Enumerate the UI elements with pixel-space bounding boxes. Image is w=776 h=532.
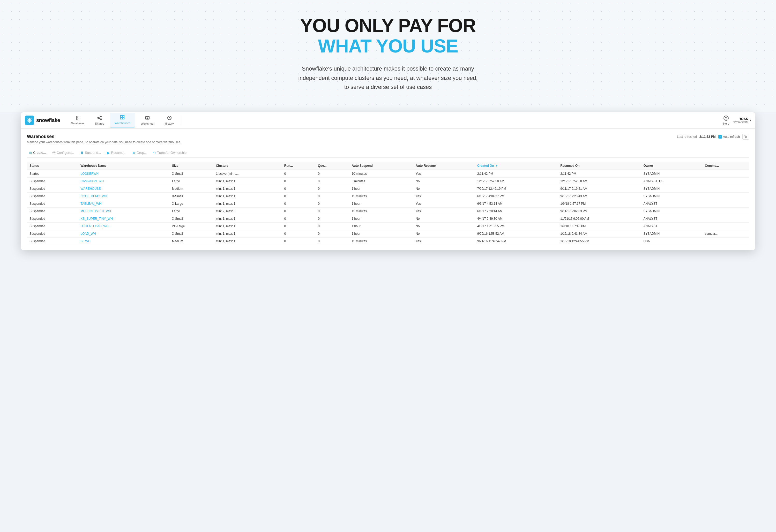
table-container: Status Warehouse Name Size Clusters Run.… [27, 162, 749, 245]
svg-point-12 [726, 119, 726, 119]
shares-icon [97, 115, 102, 121]
cell-status: Suspended [27, 177, 78, 185]
cell-running: 0 [282, 192, 315, 200]
cell-name[interactable]: CCOL_DEMO_WH [78, 192, 169, 200]
suspend-button[interactable]: ⏸ Suspend... [78, 150, 103, 156]
cell-auto_resume: No [413, 177, 475, 185]
configure-button[interactable]: Configure... [50, 150, 76, 156]
svg-rect-7 [121, 117, 122, 119]
cell-running: 0 [282, 237, 315, 245]
cell-owner: ANALYST_US [641, 177, 702, 185]
cell-clusters: min: 1, max: 1 [213, 237, 282, 245]
svg-rect-6 [123, 115, 124, 117]
cell-clusters: min: 1, max: 1 [213, 222, 282, 230]
nav-item-worksheet[interactable]: Worksheet [136, 113, 159, 127]
cell-running: 0 [282, 215, 315, 222]
svg-point-1 [98, 117, 99, 119]
cell-comment [702, 237, 749, 245]
cell-owner: ANALYST [641, 222, 702, 230]
cell-resumed_on: 1/16/18 12:44:55 PM [558, 237, 641, 245]
cell-resumed_on: 9/11/17 9:19:21 AM [558, 185, 641, 192]
cell-size: X-Small [169, 170, 213, 178]
cell-name[interactable]: WAREHOUSE [78, 185, 169, 192]
cell-created_on: 12/5/17 8:52:58 AM [475, 177, 558, 185]
cell-queued: 0 [315, 230, 349, 237]
col-created-on[interactable]: Created On ▼ [475, 162, 558, 170]
cell-name[interactable]: XS_SUPER_TINY_WH [78, 215, 169, 222]
drop-button[interactable]: ⊗ Drop... [130, 150, 149, 156]
cell-auto_suspend: 1 hour [349, 200, 413, 207]
col-owner: Owner [641, 162, 702, 170]
cell-resumed_on: 1/9/18 1:57:48 PM [558, 222, 641, 230]
warehouses-icon [120, 115, 125, 121]
table-row: SuspendedMULTICLUSTER_WHLargemin: 2, max… [27, 207, 749, 215]
cell-owner: ANALYST [641, 200, 702, 207]
cell-auto_suspend: 15 minutes [349, 192, 413, 200]
refresh-button[interactable]: ↻ [742, 134, 749, 140]
cell-name[interactable]: MULTICLUSTER_WH [78, 207, 169, 215]
col-name: Warehouse Name [78, 162, 169, 170]
cell-comment [702, 222, 749, 230]
svg-rect-5 [121, 115, 122, 117]
cell-comment [702, 192, 749, 200]
cell-comment [702, 200, 749, 207]
cell-created_on: 7/20/17 12:49:19 PM [475, 185, 558, 192]
nav-item-shares[interactable]: Shares [90, 113, 109, 127]
help-button[interactable]: Help [723, 115, 729, 125]
chevron-down-icon: ▾ [750, 118, 751, 122]
cell-clusters: min: 1, max: 1 [213, 185, 282, 192]
cell-status: Suspended [27, 215, 78, 222]
nav-item-warehouses[interactable]: Warehouses [110, 113, 135, 127]
page-header: Warehouses Manage your warehouses from t… [27, 134, 749, 144]
nav-item-databases[interactable]: 🗄 Databases [66, 114, 89, 127]
drop-icon: ⊗ [133, 151, 136, 155]
cell-auto_suspend: 5 minutes [349, 177, 413, 185]
cell-running: 0 [282, 230, 315, 237]
cell-name[interactable]: OTHER_LOAD_WH [78, 222, 169, 230]
cell-created_on: 4/3/17 12:15:55 PM [475, 222, 558, 230]
cell-auto_resume: No [413, 185, 475, 192]
cell-auto_suspend: 15 minutes [349, 237, 413, 245]
resume-button[interactable]: ▶ Resume... [105, 150, 128, 156]
nav-label-databases: Databases [71, 122, 84, 125]
cell-queued: 0 [315, 185, 349, 192]
user-name: ROSS [739, 117, 748, 121]
cell-name[interactable]: CAMPAIGN_WH [78, 177, 169, 185]
cell-queued: 0 [315, 222, 349, 230]
drop-label: Drop... [137, 151, 147, 155]
help-label: Help [723, 122, 729, 125]
transfer-ownership-button[interactable]: ↪ Transfer Ownership [151, 150, 189, 156]
cell-owner: SYSADMIN [641, 185, 702, 192]
auto-refresh-text: Auto refresh [723, 135, 740, 139]
cell-auto_suspend: 1 hour [349, 215, 413, 222]
cell-owner: DBA [641, 237, 702, 245]
nav-item-history[interactable]: History [160, 113, 179, 127]
cell-running: 0 [282, 185, 315, 192]
cell-name[interactable]: TABLEAU_WH [78, 200, 169, 207]
cell-queued: 0 [315, 192, 349, 200]
hero-section: YOU ONLY PAY FOR WHAT YOU USE Snowflake'… [0, 0, 776, 112]
hero-subtitle: Snowflake's unique architecture makes it… [298, 64, 478, 91]
cell-resumed_on: 12/5/17 8:52:58 AM [558, 177, 641, 185]
cell-status: Started [27, 170, 78, 178]
cell-status: Suspended [27, 185, 78, 192]
col-resumed-on: Resumed On [558, 162, 641, 170]
create-button[interactable]: ⊕ Create... [27, 150, 48, 156]
cell-status: Suspended [27, 230, 78, 237]
cell-resumed_on: 11/21/17 9:06:00 AM [558, 215, 641, 222]
cell-auto_resume: No [413, 222, 475, 230]
cell-name[interactable]: LOOKERWH [78, 170, 169, 178]
cell-name[interactable]: BI_WH [78, 237, 169, 245]
toolbar-right: Help ROSS SYSADMIN ▾ [723, 115, 751, 125]
cell-queued: 0 [315, 207, 349, 215]
col-auto-suspend: Auto Suspend [349, 162, 413, 170]
nav-label-shares: Shares [95, 122, 104, 125]
logo[interactable]: snowflake [25, 115, 60, 125]
cell-status: Suspended [27, 237, 78, 245]
auto-refresh-label[interactable]: ✓ Auto refresh [718, 135, 740, 139]
cell-clusters: min: 1, max: 1 [213, 215, 282, 222]
cell-name[interactable]: LOAD_WH [78, 230, 169, 237]
cell-comment [702, 207, 749, 215]
user-menu[interactable]: ROSS SYSADMIN ▾ [733, 117, 751, 124]
cell-status: Suspended [27, 200, 78, 207]
